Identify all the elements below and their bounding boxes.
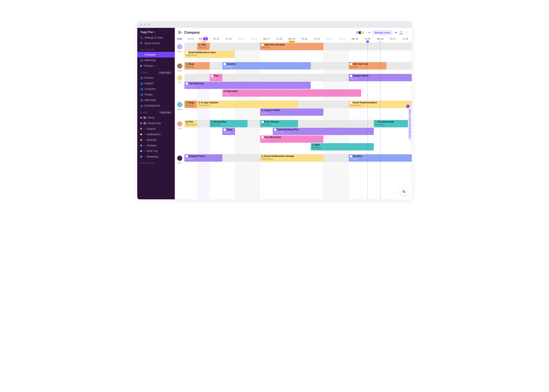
workspace-name: Toggl Plan [140,30,153,34]
task-card[interactable]: Support CoverSupport [185,154,222,161]
sidebar-favourite-item[interactable]: 👥Company [137,52,175,57]
user-name: laura [177,50,182,53]
task-status-icon: ≡ [224,90,226,92]
day-column-header[interactable]: Su 23 [336,37,349,42]
quick-search[interactable]: 🔍 Quick Search [137,41,175,46]
day-column-header[interactable]: Th 27 [386,37,399,42]
day-column-header[interactable]: Tu 253 [361,37,374,42]
plan-dot-icon [140,150,142,152]
task-project: Notifications [261,158,322,161]
user-row-header[interactable]: adrien [175,100,185,119]
sidebar-plan-item[interactable]: ▸Marketing [137,154,175,160]
extra-users-count[interactable]: +4 [368,31,370,34]
task-card[interactable]: ≡Social PlanMarketing [210,120,248,127]
sidebar-plan-item[interactable]: People Ops [137,120,175,126]
avatar [177,155,183,161]
day-column-header[interactable]: Fr 21 [311,37,323,42]
task-card[interactable]: PlanHiring [210,74,222,81]
task-card[interactable]: ✓PubNotifications [185,120,197,127]
task-card[interactable]: ≡In App UpdatesNotifications [197,101,298,108]
archive-header[interactable]: ARCHIVE (0) [137,160,175,165]
user-avatars[interactable] [357,31,364,35]
task-card[interactable]: Add User RevampWebApp [260,43,323,50]
sidebar-item-label: Development [144,104,160,107]
timeline-grid[interactable]: ≡AddWebAppAdd User RevampWebAppEmail Not… [185,42,412,199]
app-window: Toggl Plan ▾ 🔧 Settings & Team 🔍 Quick S… [137,21,412,199]
user-row: PlanHiringSupport WeekSupportTrip Planni… [185,74,412,100]
day-column-header[interactable]: Sa 22 [323,37,336,42]
task-card[interactable]: ✓Facebook AdsMarketing [374,120,412,127]
user-row-header[interactable]: kati [175,119,185,154]
day-column-header[interactable]: Mo 24 [349,37,361,42]
sidebar-plan-item[interactable]: ▸Notifications [137,132,175,137]
sidebar-team-item[interactable]: 👥Development [137,103,175,108]
calendar-jump[interactable]: ▭ FEB [399,30,403,35]
task-card[interactable]: ≡InterviewsHiring [222,89,361,97]
task-card[interactable]: ✓BugsWebApp [185,101,197,108]
sidebar-team-item[interactable]: 👥Marketing [137,97,175,103]
sidebar-favourite-item[interactable]: Holidays▸ [137,63,175,69]
workspace-switcher[interactable]: Toggl Plan ▾ [137,28,175,35]
sidebar-item-label: WebApp [147,139,157,141]
sidebar-plan-item[interactable]: ▸Holidays [137,143,175,148]
year-label[interactable]: 2020 [175,37,185,42]
task-card[interactable]: SuppSupport [222,128,235,135]
user-row-header[interactable]: mitch [175,62,185,74]
task-status-icon: ≡ [211,121,213,123]
user-row-header[interactable]: laura [175,42,185,62]
window-max-dot[interactable] [148,24,150,26]
sidebar-team-item[interactable]: 👥Support [137,81,175,86]
task-card[interactable]: Test Week BobHiring [260,135,323,143]
menu-toggle-icon[interactable] [178,31,182,34]
task-card[interactable]: ≡AddWebApp [197,43,210,50]
sidebar-item-label: Holidays [144,64,154,67]
day-column-header[interactable]: Fr 28 [399,37,412,42]
sidebar-plan-item[interactable]: Hiring [137,115,175,120]
task-status-icon [261,136,264,139]
task-card[interactable]: Trip PlanningWork Trip [185,82,311,89]
task-card[interactable]: ≡SEOMarketing [311,143,374,150]
day-column-header[interactable]: Tu 18 [273,37,285,42]
day-column-header[interactable]: Sa 15 [235,37,248,42]
day-column-header[interactable]: Fr 14 [222,37,235,42]
new-team-button[interactable]: +New Team [158,71,172,74]
day-column-header[interactable]: Tu 11 [185,37,197,42]
window-close-dot[interactable] [140,24,142,26]
task-card[interactable]: Post: ReviewMarketing [260,120,298,127]
sidebar-plan-item[interactable]: ▸Support [137,126,175,132]
task-card[interactable]: Email Notifications SpecNotifications [185,51,235,58]
plan-dot-icon [140,133,142,135]
sidebar-plan-item[interactable]: ▸WebApp [137,137,175,143]
user-row-header[interactable]: lisa [175,74,185,100]
day-column-header[interactable]: We 19Global [285,37,298,42]
sidebar-plan-item[interactable]: ▸Work Trip [137,148,175,154]
teams-header: TEAMS +New Team [137,69,175,75]
day-column-header[interactable]: Th 13 [210,37,222,42]
task-card[interactable]: ≡Email Notifications DesignNotifications [260,154,323,161]
plans-header: PLANS +New Plan [137,108,175,115]
more-menu-icon[interactable]: ⋮ [405,31,408,35]
task-title: ≡Social Plan [211,120,246,123]
day-column-header[interactable]: We 12Local [197,37,210,42]
day-column-header[interactable]: Th 20 [298,37,311,42]
day-column-header[interactable]: Su 16 [248,37,260,42]
task-card[interactable]: Team Building PlanWork Trip [273,128,374,135]
manage-users-button[interactable]: Manage users [372,30,392,35]
task-project: Hiring [261,139,322,142]
sidebar-team-item[interactable]: 👥Product [137,75,175,81]
day-column-header[interactable]: Mo 17 [260,37,273,42]
sidebar-team-item[interactable]: 👥Design [137,92,175,97]
zoom-button[interactable] [400,188,408,196]
day-column-header[interactable]: We 26☀ [374,37,386,42]
task-card[interactable]: VacationHolidays [222,62,311,70]
share-icon[interactable]: ➤ [395,31,397,35]
user-row-header[interactable]: jozef [175,154,185,166]
window-min-dot[interactable] [144,24,146,26]
sidebar-favourite-item[interactable]: 👥Marketing [137,57,175,63]
task-card[interactable]: ✓BugsWebapp [185,62,210,70]
task-card[interactable]: ≡Support WeekSupport [260,108,323,116]
sidebar-team-item[interactable]: 👥Company [137,86,175,92]
new-plan-button[interactable]: +New Plan [159,111,172,114]
drag-tasks-panel[interactable]: DRAG TASKS FROM BOARD [408,107,412,140]
settings-link[interactable]: 🔧 Settings & Team [137,35,175,41]
